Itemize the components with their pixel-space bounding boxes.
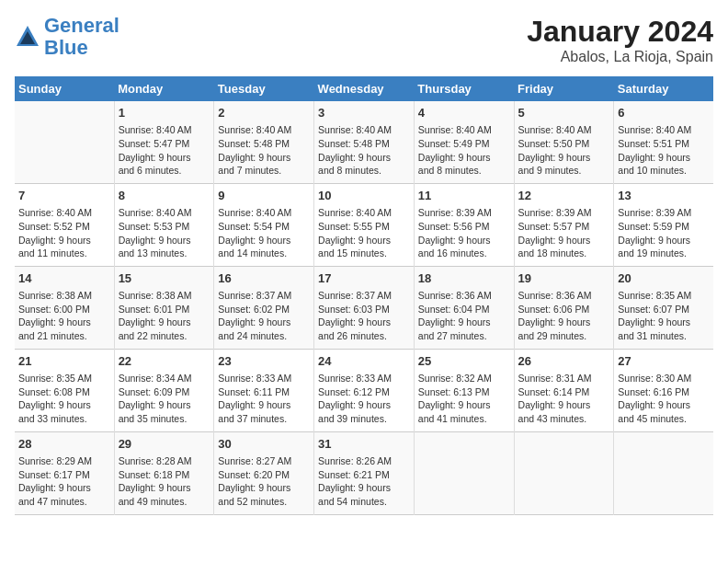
cell-info: and 11 minutes. — [18, 247, 110, 260]
calendar-table: SundayMondayTuesdayWednesdayThursdayFrid… — [15, 76, 713, 515]
cell-info: Sunrise: 8:40 AM — [218, 206, 310, 220]
day-number: 20 — [618, 270, 710, 287]
calendar-cell: 28Sunrise: 8:29 AMSunset: 6:17 PMDayligh… — [15, 431, 114, 514]
cell-info: Sunset: 5:56 PM — [418, 220, 510, 234]
cell-info: Sunrise: 8:33 AM — [218, 372, 310, 385]
calendar-cell: 21Sunrise: 8:35 AMSunset: 6:08 PMDayligh… — [15, 349, 114, 431]
calendar-cell: 13Sunrise: 8:39 AMSunset: 5:59 PMDayligh… — [614, 183, 713, 266]
cell-info: Daylight: 9 hours — [119, 481, 210, 495]
cell-info: Sunrise: 8:35 AM — [18, 372, 110, 385]
cell-info: Sunset: 6:09 PM — [119, 385, 210, 399]
cell-info: Sunset: 6:17 PM — [18, 468, 110, 482]
cell-info: Daylight: 9 hours — [318, 481, 410, 495]
week-row-1: 7Sunrise: 8:40 AMSunset: 5:52 PMDaylight… — [15, 183, 713, 266]
cell-info: and 22 minutes. — [119, 329, 210, 343]
calendar-cell: 12Sunrise: 8:39 AMSunset: 5:57 PMDayligh… — [514, 183, 614, 266]
cell-info: Sunrise: 8:40 AM — [119, 206, 210, 220]
calendar-cell: 15Sunrise: 8:38 AMSunset: 6:01 PMDayligh… — [114, 266, 214, 349]
cell-info: Sunset: 5:55 PM — [318, 220, 410, 234]
title-block: January 2024 Abalos, La Rioja, Spain — [527, 15, 713, 65]
day-number: 31 — [318, 436, 410, 453]
day-number: 3 — [318, 105, 410, 121]
cell-info: and 13 minutes. — [119, 247, 210, 260]
cell-info: and 45 minutes. — [618, 412, 710, 426]
calendar-cell: 16Sunrise: 8:37 AMSunset: 6:02 PMDayligh… — [214, 266, 314, 349]
calendar-cell: 18Sunrise: 8:36 AMSunset: 6:04 PMDayligh… — [414, 266, 514, 349]
cell-info: Daylight: 9 hours — [119, 151, 210, 165]
cell-info: Daylight: 9 hours — [119, 234, 210, 247]
cell-info: Sunrise: 8:33 AM — [318, 372, 410, 385]
calendar-cell: 30Sunrise: 8:27 AMSunset: 6:20 PMDayligh… — [214, 431, 314, 514]
calendar-cell — [15, 101, 114, 183]
week-row-3: 21Sunrise: 8:35 AMSunset: 6:08 PMDayligh… — [15, 349, 713, 431]
calendar-cell — [614, 431, 713, 514]
cell-info: Sunrise: 8:38 AM — [119, 289, 210, 303]
cell-info: Sunrise: 8:37 AM — [318, 289, 410, 303]
cell-info: and 35 minutes. — [119, 412, 210, 426]
cell-info: Daylight: 9 hours — [318, 151, 410, 165]
cell-info: and 21 minutes. — [18, 329, 110, 343]
cell-info: and 27 minutes. — [418, 329, 510, 343]
calendar-cell: 24Sunrise: 8:33 AMSunset: 6:12 PMDayligh… — [314, 349, 415, 431]
calendar-cell: 7Sunrise: 8:40 AMSunset: 5:52 PMDaylight… — [15, 183, 114, 266]
cell-info: Sunrise: 8:40 AM — [119, 123, 210, 137]
calendar-cell: 27Sunrise: 8:30 AMSunset: 6:16 PMDayligh… — [614, 349, 713, 431]
day-number: 22 — [119, 353, 210, 370]
logo: General Blue — [15, 15, 119, 59]
page-header: General Blue January 2024 Abalos, La Rio… — [15, 15, 713, 65]
cell-info: Sunset: 5:52 PM — [18, 220, 110, 234]
cell-info: Sunrise: 8:32 AM — [418, 372, 510, 385]
cell-info: and 14 minutes. — [218, 247, 310, 260]
calendar-subtitle: Abalos, La Rioja, Spain — [527, 49, 713, 65]
cell-info: Sunrise: 8:40 AM — [318, 206, 410, 220]
day-number: 18 — [418, 270, 510, 287]
cell-info: Sunset: 5:49 PM — [418, 137, 510, 151]
calendar-cell: 2Sunrise: 8:40 AMSunset: 5:48 PMDaylight… — [214, 101, 314, 183]
week-row-2: 14Sunrise: 8:38 AMSunset: 6:00 PMDayligh… — [15, 266, 713, 349]
calendar-cell: 6Sunrise: 8:40 AMSunset: 5:51 PMDaylight… — [614, 101, 713, 183]
day-number: 5 — [518, 105, 610, 121]
cell-info: Daylight: 9 hours — [218, 151, 310, 165]
cell-info: Sunset: 6:14 PM — [518, 385, 610, 399]
cell-info: Daylight: 9 hours — [218, 234, 310, 247]
cell-info: Daylight: 9 hours — [18, 234, 110, 247]
cell-info: Sunrise: 8:37 AM — [218, 289, 310, 303]
cell-info: Sunset: 5:48 PM — [318, 137, 410, 151]
cell-info: Daylight: 9 hours — [418, 398, 510, 412]
day-number: 4 — [418, 105, 510, 121]
calendar-cell: 22Sunrise: 8:34 AMSunset: 6:09 PMDayligh… — [114, 349, 214, 431]
week-row-4: 28Sunrise: 8:29 AMSunset: 6:17 PMDayligh… — [15, 431, 713, 514]
cell-info: and 41 minutes. — [418, 412, 510, 426]
cell-info: and 43 minutes. — [518, 412, 610, 426]
cell-info: Sunrise: 8:40 AM — [318, 123, 410, 137]
cell-info: Sunset: 5:47 PM — [119, 137, 210, 151]
day-number: 15 — [119, 270, 210, 287]
cell-info: Daylight: 9 hours — [119, 316, 210, 329]
cell-info: Daylight: 9 hours — [518, 398, 610, 412]
calendar-cell: 20Sunrise: 8:35 AMSunset: 6:07 PMDayligh… — [614, 266, 713, 349]
cell-info: Sunrise: 8:39 AM — [418, 206, 510, 220]
day-number: 8 — [119, 188, 210, 204]
cell-info: and 33 minutes. — [18, 412, 110, 426]
calendar-cell: 1Sunrise: 8:40 AMSunset: 5:47 PMDaylight… — [114, 101, 214, 183]
cell-info: and 16 minutes. — [418, 247, 510, 260]
cell-info: Sunset: 5:48 PM — [218, 137, 310, 151]
day-number: 28 — [18, 436, 110, 453]
cell-info: Daylight: 9 hours — [618, 316, 710, 329]
day-number: 19 — [518, 270, 610, 287]
logo-text: General Blue — [44, 15, 119, 59]
day-header-friday: Friday — [514, 76, 614, 101]
day-number: 10 — [318, 188, 410, 204]
calendar-cell: 10Sunrise: 8:40 AMSunset: 5:55 PMDayligh… — [314, 183, 415, 266]
cell-info: Sunset: 6:03 PM — [318, 303, 410, 316]
cell-info: Sunrise: 8:39 AM — [518, 206, 610, 220]
cell-info: Sunset: 6:20 PM — [218, 468, 310, 482]
calendar-cell: 17Sunrise: 8:37 AMSunset: 6:03 PMDayligh… — [314, 266, 415, 349]
calendar-cell — [414, 431, 514, 514]
day-number: 13 — [618, 188, 710, 204]
cell-info: and 6 minutes. — [119, 164, 210, 178]
cell-info: Daylight: 9 hours — [418, 234, 510, 247]
day-header-monday: Monday — [114, 76, 214, 101]
cell-info: Sunrise: 8:27 AM — [218, 454, 310, 468]
day-number: 29 — [119, 436, 210, 453]
